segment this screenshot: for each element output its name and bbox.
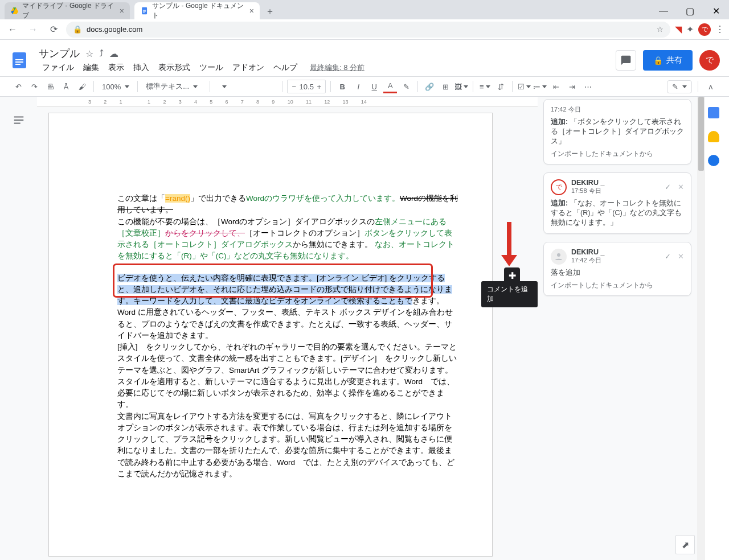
line-spacing-button[interactable]: ⇵ — [494, 80, 507, 93]
extension-icon[interactable]: ◥ — [675, 24, 682, 35]
editing-mode-button[interactable]: ✎ — [667, 80, 692, 93]
share-label: 共有 — [666, 55, 682, 65]
outline-rail[interactable] — [0, 97, 37, 560]
close-window-button[interactable]: ✕ — [703, 2, 729, 19]
accept-suggestion-button[interactable]: ✓ — [665, 183, 671, 191]
scrollbar-thumb[interactable] — [698, 97, 704, 171]
bold-button[interactable]: B — [335, 80, 349, 93]
maximize-button[interactable]: ▢ — [677, 2, 703, 19]
bulleted-list-button[interactable]: ≔ — [533, 80, 547, 93]
spellcheck-button[interactable]: Ā — [59, 80, 73, 93]
menu-tools[interactable]: ツール — [196, 61, 227, 74]
new-tab-button[interactable]: ＋ — [262, 3, 278, 19]
forward-button[interactable]: → — [25, 22, 41, 38]
tasks-icon[interactable] — [708, 155, 719, 166]
explore-button[interactable]: ⬈ — [675, 535, 695, 554]
document-page[interactable]: この文章は「=rand()」で出力できるWordのウラワザを使って入力しています… — [48, 113, 493, 557]
insert-image-button[interactable]: 🖼 — [454, 80, 468, 93]
decrease-indent-button[interactable]: ⇤ — [549, 80, 563, 93]
text-color-button[interactable]: A — [383, 80, 397, 93]
paragraph[interactable]: この文章は「=rand()」で出力できるWordのウラワザを使って入力しています… — [117, 193, 458, 216]
menu-bar: ファイル 編集 表示 挿入 表示形式 ツール アドオン ヘルプ 最終編集: 8 … — [39, 61, 368, 74]
document-title[interactable]: サンプル — [39, 47, 80, 60]
comment-author: DEKIRU _ — [571, 248, 604, 256]
extensions-puzzle-icon[interactable]: ✦ — [686, 24, 694, 35]
comment-history-button[interactable] — [616, 50, 636, 71]
menu-format[interactable]: 表示形式 — [155, 61, 194, 74]
font-size-stepper[interactable]: − 10.5 + — [287, 80, 326, 93]
extension-c-icon[interactable]: で — [698, 23, 711, 36]
back-button[interactable]: ← — [5, 22, 21, 38]
svg-rect-6 — [143, 13, 145, 13]
menu-addons[interactable]: アドオン — [229, 61, 268, 74]
paint-format-button[interactable]: 🖌 — [75, 80, 89, 93]
paragraph[interactable]: この機能が不要の場合は、［Wordのオプション］ダイアログボックスの左側メニュー… — [117, 216, 458, 262]
zoom-value: 100% — [102, 83, 121, 91]
last-edit-label[interactable]: 最終編集: 8 分前 — [306, 61, 368, 74]
comment-author: DEKIRU _ — [571, 179, 604, 187]
calendar-icon[interactable] — [708, 107, 719, 118]
browser-tab-docs[interactable]: サンプル - Google ドキュメント × — [134, 2, 260, 19]
paragraph[interactable]: 文書内に写真をレイアウトする方法を変更するには、写真をクリックすると、隣にレイア… — [117, 411, 458, 480]
suggestion-card[interactable]: DEKIRU _ 17:42 今日 ✓ ✕ 落を追加 インポートしたドキュメント… — [543, 242, 691, 296]
browser-menu-icon[interactable]: ⋮ — [715, 24, 724, 35]
horizontal-ruler[interactable]: 3211234567891011121314 — [37, 97, 538, 107]
accept-suggestion-button[interactable]: ✓ — [665, 252, 671, 261]
menu-help[interactable]: ヘルプ — [270, 61, 301, 74]
svg-rect-8 — [15, 59, 23, 60]
browser-tab-drive[interactable]: マイドライブ - Google ドライブ × — [5, 2, 130, 19]
highlight-button[interactable]: ✎ — [399, 80, 413, 93]
reject-suggestion-button[interactable]: ✕ — [678, 252, 684, 261]
menu-file[interactable]: ファイル — [39, 61, 77, 74]
menu-view[interactable]: 表示 — [105, 61, 128, 74]
font-size-plus[interactable]: + — [313, 80, 325, 93]
font-size-value[interactable]: 10.5 — [300, 80, 313, 93]
keep-icon[interactable] — [708, 131, 719, 142]
insert-comment-button[interactable]: ⊞ — [439, 80, 452, 93]
account-avatar[interactable]: で — [699, 50, 720, 71]
tab-title: マイドライブ - Google ドライブ — [22, 1, 116, 20]
svg-rect-9 — [15, 61, 23, 63]
paragraph-style-select[interactable]: 標準テキス... — [142, 81, 205, 92]
star-icon[interactable]: ☆ — [657, 25, 664, 34]
underline-button[interactable]: U — [367, 80, 381, 93]
font-select[interactable] — [215, 85, 277, 88]
redo-button[interactable]: ↷ — [27, 80, 41, 93]
collapse-toolbar-button[interactable]: ʌ — [704, 80, 718, 93]
zoom-select[interactable]: 100% — [99, 83, 133, 91]
share-button[interactable]: 🔒共有 — [643, 50, 693, 71]
move-icon[interactable]: ⤴ — [99, 48, 104, 59]
lock-icon: 🔒 — [73, 25, 82, 34]
vertical-scrollbar[interactable] — [697, 97, 705, 560]
menu-edit[interactable]: 編集 — [80, 61, 103, 74]
lock-icon: 🔒 — [653, 56, 663, 65]
checklist-button[interactable]: ☑ — [517, 80, 531, 93]
more-button[interactable]: ⋯ — [581, 80, 595, 93]
font-size-minus[interactable]: − — [288, 80, 300, 93]
menu-insert[interactable]: 挿入 — [130, 61, 153, 74]
address-bar[interactable]: 🔒 docs.google.com ☆ — [66, 22, 670, 38]
align-button[interactable]: ≡ — [478, 80, 492, 93]
close-icon[interactable]: × — [249, 6, 254, 15]
close-icon[interactable]: × — [120, 6, 124, 15]
undo-button[interactable]: ↶ — [11, 80, 25, 93]
suggestion-label: 追加: — [551, 199, 568, 207]
svg-rect-11 — [14, 117, 23, 118]
suggestion-card[interactable]: で DEKIRU _ 17:58 今日 ✓ ✕ 追加: 「なお、オートコレクトを… — [543, 172, 691, 234]
paragraph[interactable]: [挿入] をクリックしてから、それぞれのギャラリーで目的の要素を選んでください。… — [117, 341, 458, 411]
docs-logo-icon[interactable] — [9, 50, 30, 71]
cloud-status-icon[interactable]: ☁ — [109, 48, 118, 59]
reload-button[interactable]: ⟳ — [46, 22, 62, 38]
annotation-box — [113, 263, 433, 298]
insert-link-button[interactable]: 🔗 — [423, 80, 436, 93]
canvas: 3211234567891011121314 この文章は「=rand()」で出力… — [0, 97, 697, 560]
star-icon[interactable]: ☆ — [85, 48, 93, 59]
reject-suggestion-button[interactable]: ✕ — [678, 183, 684, 191]
italic-button[interactable]: I — [351, 80, 365, 93]
increase-indent-button[interactable]: ⇥ — [565, 80, 579, 93]
suggestion-footer: インポートしたドキュメントから — [551, 281, 684, 290]
suggestions-panel: 17:42 今日 追加: 「ボタンをクリックして表示される［オートコレクト］ダイ… — [538, 97, 697, 560]
suggestion-card[interactable]: 17:42 今日 追加: 「ボタンをクリックして表示される［オートコレクト］ダイ… — [543, 99, 691, 164]
print-button[interactable]: 🖶 — [43, 80, 57, 93]
minimize-button[interactable]: — — [650, 2, 677, 19]
